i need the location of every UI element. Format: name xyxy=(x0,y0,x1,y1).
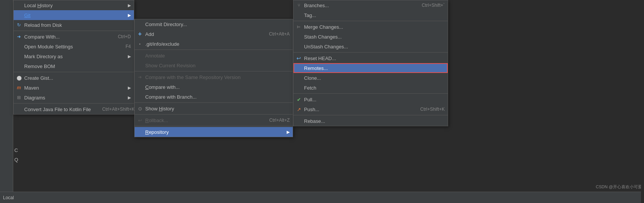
menu-item-show-history[interactable]: ⊙ Show History xyxy=(135,104,293,113)
menu-item-label: Clone... xyxy=(304,75,445,81)
menu-item-gitinfo[interactable]: ▪ .git/info/exclude xyxy=(135,39,293,49)
reload-icon: ↻ xyxy=(16,22,22,28)
menu-item-show-current: Show Current Revision xyxy=(135,60,293,70)
menu-item-push[interactable]: ↗ Push... Ctrl+Shift+K xyxy=(293,104,448,114)
pull-icon: ✔ xyxy=(296,96,302,102)
menu-item-compare-branch[interactable]: Compare with Branch... xyxy=(135,92,293,102)
menu-item-label: Pull... xyxy=(304,97,445,102)
menu-item-label: Tag... xyxy=(304,12,445,18)
add-icon: + xyxy=(137,31,143,37)
menu-item-compare-same: ➜ Compare with the Same Repository Versi… xyxy=(135,72,293,82)
separator xyxy=(293,93,448,94)
separator xyxy=(135,50,293,50)
menu-item-label: Commit Directory... xyxy=(145,22,290,27)
separator xyxy=(135,126,293,126)
menu-item-commit-dir[interactable]: Commit Directory... xyxy=(135,19,293,29)
diagrams-icon: ⊞ xyxy=(16,95,22,101)
menu-item-stash[interactable]: Stash Changes... xyxy=(293,32,448,42)
compare-icon: ➜ xyxy=(137,74,143,80)
menu-item-label: Fetch xyxy=(304,85,445,91)
menu-item-label: Compare with... xyxy=(145,84,290,90)
arrow-icon: ▶ xyxy=(124,3,131,8)
menu-item-add[interactable]: + Add Ctrl+Alt+A xyxy=(135,29,293,39)
arrow-icon: ▶ xyxy=(124,95,131,100)
arrow-icon: ▶ xyxy=(124,13,131,18)
menu-item-label: Maven xyxy=(24,85,124,91)
menu-item-create-gist[interactable]: ⬤ Create Gist... xyxy=(14,73,134,83)
separator xyxy=(135,71,293,71)
menu-item-tag[interactable]: Tag... xyxy=(293,10,448,20)
watermark: CSDN @开心喜欢小可爱 xyxy=(596,184,642,190)
menu-item-label: Annotate xyxy=(145,53,290,59)
menu-item-label: Repository xyxy=(145,129,283,135)
menu-item-branches[interactable]: ⑂ Branches... Ctrl+Shift+` xyxy=(293,0,448,10)
separator xyxy=(14,103,134,104)
menu-item-label: Show Current Revision xyxy=(145,63,290,68)
arrow-icon: ▶ xyxy=(124,54,131,59)
shortcut-label: Ctrl+Shift+K xyxy=(409,107,445,112)
maven-icon: m xyxy=(16,85,22,91)
arrow-icon: ▶ xyxy=(283,130,290,135)
separator xyxy=(135,102,293,103)
menu-item-git[interactable]: Git ▶ xyxy=(14,10,134,20)
separator xyxy=(14,31,134,31)
menu-item-label: Reset HEAD... xyxy=(304,56,445,61)
menu-item-maven[interactable]: m Maven ▶ xyxy=(14,83,134,93)
menu-item-label: Compare with the Same Repository Version xyxy=(145,74,290,80)
separator xyxy=(135,114,293,115)
menu-item-clone[interactable]: Clone... xyxy=(293,73,448,83)
menu-item-label: Remotes... xyxy=(304,65,445,71)
menu-item-rebase[interactable]: Rebase... xyxy=(293,116,448,126)
menu-item-convert-kotlin[interactable]: Convert Java File to Kotlin File Ctrl+Al… xyxy=(14,104,134,114)
menu-item-remove-bom[interactable]: Remove BOM xyxy=(14,61,134,71)
menu-item-fetch[interactable]: Fetch xyxy=(293,83,448,93)
arrow-icon: ▶ xyxy=(124,85,131,90)
menu-item-label: Show History xyxy=(145,106,290,112)
menu-item-remotes[interactable]: Remotes... xyxy=(293,63,448,73)
menu-item-label: Rebase... xyxy=(304,118,445,124)
separator xyxy=(293,52,448,53)
shortcut-label: Ctrl+Shift+` xyxy=(410,3,445,8)
separator xyxy=(293,115,448,115)
menu-item-repository[interactable]: Repository ▶ xyxy=(135,127,293,137)
menu-item-unstash[interactable]: UnStash Changes... xyxy=(293,42,448,51)
menu-item-reload[interactable]: ↻ Reload from Disk xyxy=(14,20,134,30)
local-label: Local xyxy=(3,195,14,200)
menu-item-label: Compare with Branch... xyxy=(145,94,290,100)
menu-item-reset-head[interactable]: ↩ Reset HEAD... xyxy=(293,53,448,63)
menu-item-mark-directory[interactable]: Mark Directory as ▶ xyxy=(14,51,134,61)
separator xyxy=(293,21,448,21)
menu-item-label: Open Module Settings xyxy=(24,44,114,50)
q-hint: Q xyxy=(14,157,18,163)
menu-item-pull[interactable]: ✔ Pull... xyxy=(293,95,448,104)
menu-item-annotate: Annotate xyxy=(135,51,293,60)
git-submenu: Commit Directory... + Add Ctrl+Alt+A ▪ .… xyxy=(134,19,293,137)
menu-item-label: Reload from Disk xyxy=(24,22,131,28)
right-scrollbar[interactable] xyxy=(641,0,644,203)
side-panel xyxy=(0,0,13,192)
menu-item-label: Convert Java File to Kotlin File xyxy=(24,107,91,112)
compare-icon: ➜ xyxy=(16,34,22,40)
shortcut-label: F4 xyxy=(114,44,131,49)
reset-icon: ↩ xyxy=(296,55,302,61)
menu-item-local-history[interactable]: Local History ▶ xyxy=(14,0,134,10)
push-icon: ↗ xyxy=(296,106,302,112)
menu-item-label: Create Gist... xyxy=(24,75,131,81)
menu-item-open-module[interactable]: Open Module Settings F4 xyxy=(14,42,134,51)
shortcut-label: Ctrl+D xyxy=(107,34,131,39)
menu-item-label: Stash Changes... xyxy=(304,34,445,40)
shortcut-label: Ctrl+Alt+Z xyxy=(258,118,290,123)
branches-icon: ⑂ xyxy=(296,2,302,8)
menu-item-merge-changes[interactable]: ⊨ Merge Changes... xyxy=(293,22,448,32)
menu-item-label: .git/info/exclude xyxy=(145,41,290,47)
menu-item-compare-with[interactable]: Compare with... xyxy=(135,82,293,92)
menu-item-compare[interactable]: ➜ Compare With... Ctrl+D xyxy=(14,32,134,42)
menu-item-label: Merge Changes... xyxy=(304,24,445,30)
menu-item-label: Branches... xyxy=(304,3,410,8)
merge-icon: ⊨ xyxy=(296,24,302,30)
menu-item-label: Compare With... xyxy=(24,34,107,40)
menu-item-label: Diagrams xyxy=(24,95,124,101)
repository-submenu: ⑂ Branches... Ctrl+Shift+` Tag... ⊨ Merg… xyxy=(293,0,448,126)
menu-item-diagrams[interactable]: ⊞ Diagrams ▶ xyxy=(14,93,134,102)
history-icon: ⊙ xyxy=(137,105,143,112)
